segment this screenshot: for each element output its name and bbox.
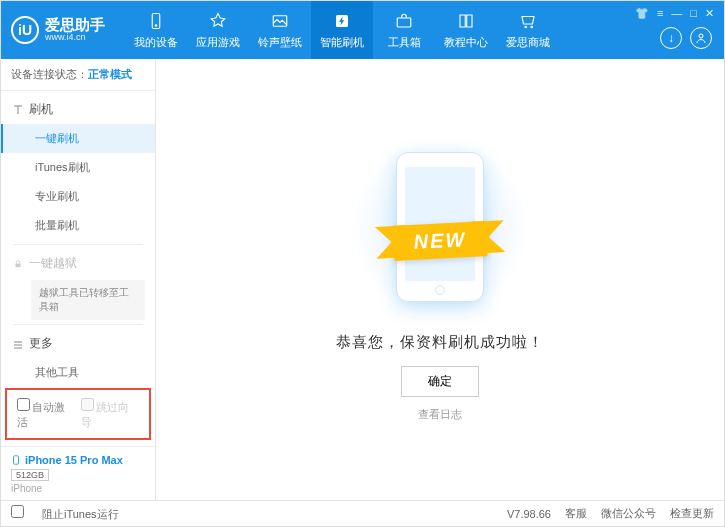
svg-rect-4 xyxy=(397,18,411,27)
view-log-link[interactable]: 查看日志 xyxy=(418,407,462,422)
nav-flash[interactable]: 智能刷机 xyxy=(311,1,373,59)
sidebar-oneclick-flash[interactable]: 一键刷机 xyxy=(1,124,155,153)
main-content: NEW 恭喜您，保资料刷机成功啦！ 确定 查看日志 xyxy=(156,59,724,500)
success-message: 恭喜您，保资料刷机成功啦！ xyxy=(336,333,544,352)
image-icon xyxy=(270,11,290,31)
nav-my-device[interactable]: 我的设备 xyxy=(125,1,187,59)
nav-store[interactable]: 爱思商城 xyxy=(497,1,559,59)
logo-icon: iU xyxy=(11,16,39,44)
footer: 阻止iTunes运行 V7.98.66 客服 微信公众号 检查更新 xyxy=(1,500,724,526)
sidebar: 设备连接状态：正常模式 刷机 一键刷机 iTunes刷机 专业刷机 批量刷机 一… xyxy=(1,59,156,500)
jailbreak-note: 越狱工具已转移至工具箱 xyxy=(31,280,145,320)
new-ribbon: NEW xyxy=(393,221,487,261)
sidebar-itunes-flash[interactable]: iTunes刷机 xyxy=(1,153,155,182)
app-url: www.i4.cn xyxy=(45,33,105,43)
svg-rect-9 xyxy=(14,456,19,464)
download-button[interactable]: ↓ xyxy=(660,27,682,49)
svg-point-1 xyxy=(155,24,157,26)
sidebar-other-tools[interactable]: 其他工具 xyxy=(1,358,155,382)
connection-status: 设备连接状态：正常模式 xyxy=(1,59,155,91)
more-icon xyxy=(13,339,23,349)
options-highlight: 自动激活 跳过向导 xyxy=(5,388,151,440)
section-more[interactable]: 更多 xyxy=(1,329,155,358)
checkbox-auto-activate[interactable]: 自动激活 xyxy=(17,398,75,430)
version-label: V7.98.66 xyxy=(507,508,551,520)
device-icon xyxy=(146,11,166,31)
checkbox-block-itunes[interactable]: 阻止iTunes运行 xyxy=(11,505,119,522)
app-title: 爱思助手 xyxy=(45,17,105,34)
section-flash[interactable]: 刷机 xyxy=(1,95,155,124)
flash-icon xyxy=(332,11,352,31)
logo: iU 爱思助手 www.i4.cn xyxy=(11,16,105,44)
toolbox-icon xyxy=(394,11,414,31)
collapse-icon xyxy=(13,105,23,115)
nav-apps[interactable]: 应用游戏 xyxy=(187,1,249,59)
checkbox-skip-setup[interactable]: 跳过向导 xyxy=(81,398,139,430)
nav-toolbox[interactable]: 工具箱 xyxy=(373,1,435,59)
svg-point-5 xyxy=(525,26,527,28)
lock-icon xyxy=(13,259,23,269)
svg-rect-8 xyxy=(16,263,21,267)
user-button[interactable] xyxy=(690,27,712,49)
nav-tutorial[interactable]: 教程中心 xyxy=(435,1,497,59)
menu-icon[interactable]: ≡ xyxy=(657,7,663,20)
close-icon[interactable]: ✕ xyxy=(705,7,714,20)
section-jailbreak: 一键越狱 xyxy=(1,249,155,278)
device-capacity: 512GB xyxy=(11,469,49,481)
ok-button[interactable]: 确定 xyxy=(401,366,479,397)
maximize-icon[interactable]: □ xyxy=(690,7,697,20)
device-info[interactable]: iPhone 15 Pro Max 512GB iPhone xyxy=(1,446,155,500)
svg-point-7 xyxy=(699,34,703,38)
cart-icon xyxy=(518,11,538,31)
minimize-icon[interactable]: — xyxy=(671,7,682,20)
wechat-link[interactable]: 微信公众号 xyxy=(601,506,656,521)
book-icon xyxy=(456,11,476,31)
app-header: iU 爱思助手 www.i4.cn 我的设备 应用游戏 铃声壁纸 智能刷机 xyxy=(1,1,724,59)
device-type: iPhone xyxy=(11,483,145,494)
sidebar-pro-flash[interactable]: 专业刷机 xyxy=(1,182,155,211)
support-link[interactable]: 客服 xyxy=(565,506,587,521)
phone-icon xyxy=(11,453,21,467)
apps-icon xyxy=(208,11,228,31)
sidebar-batch-flash[interactable]: 批量刷机 xyxy=(1,211,155,240)
skin-icon[interactable]: 👕 xyxy=(635,7,649,20)
main-nav: 我的设备 应用游戏 铃声壁纸 智能刷机 工具箱 教程中心 xyxy=(125,1,714,59)
success-illustration: NEW xyxy=(350,137,530,317)
svg-point-6 xyxy=(531,26,533,28)
update-link[interactable]: 检查更新 xyxy=(670,506,714,521)
nav-ringtones[interactable]: 铃声壁纸 xyxy=(249,1,311,59)
